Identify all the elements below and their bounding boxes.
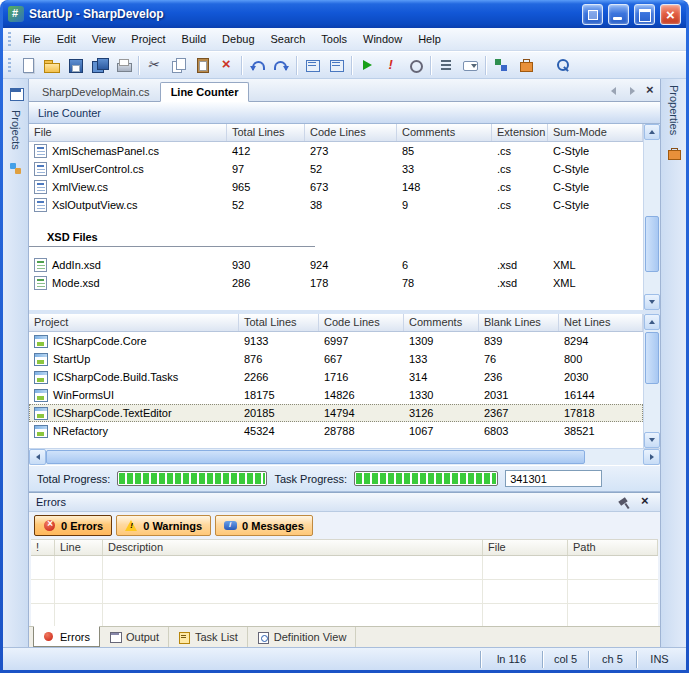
uncomment-region-button[interactable] bbox=[324, 54, 348, 77]
tab-errors[interactable]: Errors bbox=[33, 626, 100, 647]
table-row[interactable]: WinFormsUI 18175 14826 1330 2031 16144 bbox=[29, 386, 643, 404]
errors-panel-header[interactable]: Errors bbox=[29, 493, 660, 512]
cut-button[interactable] bbox=[142, 54, 166, 77]
definition-view-tab-icon bbox=[257, 631, 269, 643]
table-row[interactable]: AddIn.xsd 930 924 6 .xsd XML bbox=[29, 256, 643, 274]
column-header-project[interactable]: Project bbox=[29, 314, 239, 331]
column-header-description[interactable]: Description bbox=[103, 540, 483, 555]
toolbox-panel-icon[interactable] bbox=[665, 145, 683, 162]
column-header-comments[interactable]: Comments bbox=[404, 314, 479, 331]
toolbar-grip[interactable] bbox=[8, 58, 11, 73]
save-all-button[interactable] bbox=[87, 54, 111, 77]
menu-project[interactable]: Project bbox=[123, 30, 173, 48]
horizontal-scrollbar[interactable] bbox=[29, 448, 660, 465]
column-header-severity[interactable]: ! bbox=[31, 540, 55, 555]
classes-panel-icon[interactable] bbox=[7, 160, 25, 177]
table-row-selected[interactable]: ICSharpCode.TextEditor 20185 14794 3126 … bbox=[29, 404, 643, 422]
comment-region-button[interactable] bbox=[300, 54, 324, 77]
copy-button[interactable] bbox=[166, 54, 190, 77]
tab-back-icon[interactable] bbox=[607, 84, 621, 97]
tab-close-icon[interactable] bbox=[643, 84, 657, 97]
menu-search[interactable]: Search bbox=[263, 30, 314, 48]
scroll-down-icon[interactable] bbox=[644, 432, 660, 448]
errors-toggle[interactable]: 0 Errors bbox=[34, 515, 112, 536]
sidebar-tab-properties[interactable]: Properties bbox=[668, 85, 680, 137]
menu-view[interactable]: View bbox=[84, 30, 124, 48]
column-header-file[interactable]: File bbox=[483, 540, 568, 555]
tab-output[interactable]: Output bbox=[100, 627, 169, 647]
column-header-total-lines[interactable]: Total Lines bbox=[239, 314, 319, 331]
menu-debug[interactable]: Debug bbox=[214, 30, 262, 48]
column-header-line[interactable]: Line bbox=[55, 540, 103, 555]
column-header-net-lines[interactable]: Net Lines bbox=[559, 314, 643, 331]
new-file-button[interactable] bbox=[15, 54, 39, 77]
scroll-thumb[interactable] bbox=[46, 450, 585, 464]
scroll-down-icon[interactable] bbox=[644, 294, 660, 310]
column-header-total-lines[interactable]: Total Lines bbox=[227, 124, 305, 141]
table-row[interactable]: ICSharpCode.Core 9133 6997 1309 839 8294 bbox=[29, 332, 643, 350]
scroll-right-icon[interactable] bbox=[643, 449, 660, 465]
menu-help[interactable]: Help bbox=[410, 30, 449, 48]
tab-line-counter[interactable]: Line Counter bbox=[160, 82, 250, 102]
table-row[interactable]: ICSharpCode.Build.Tasks 2266 1716 314 23… bbox=[29, 368, 643, 386]
column-header-file[interactable]: File bbox=[29, 124, 227, 141]
search-button[interactable] bbox=[551, 54, 575, 77]
table-row[interactable]: XmlSchemasPanel.cs 412 273 85 .cs C-Styl… bbox=[29, 142, 643, 160]
titlebar[interactable]: StartUp - SharpDevelop bbox=[3, 0, 686, 28]
menu-edit[interactable]: Edit bbox=[49, 30, 84, 48]
quick-class-browser-button[interactable] bbox=[458, 54, 482, 77]
scroll-thumb[interactable] bbox=[645, 216, 659, 272]
maximize-button[interactable] bbox=[634, 4, 655, 25]
run-button[interactable] bbox=[355, 54, 379, 77]
table-row[interactable]: Mode.xsd 286 178 78 .xsd XML bbox=[29, 274, 643, 292]
column-header-blank-lines[interactable]: Blank Lines bbox=[479, 314, 559, 331]
tab-definition-view[interactable]: Definition View bbox=[248, 627, 357, 647]
class-browser-button[interactable] bbox=[489, 54, 513, 77]
menu-tools[interactable]: Tools bbox=[313, 30, 355, 48]
table-row[interactable]: StartUp 876 667 133 76 800 bbox=[29, 350, 643, 368]
table-row[interactable]: XmlView.cs 965 673 148 .cs C-Style bbox=[29, 178, 643, 196]
table-row[interactable]: XslOutputView.cs 52 38 9 .cs C-Style bbox=[29, 196, 643, 214]
pin-icon[interactable] bbox=[617, 495, 632, 509]
redo-button[interactable] bbox=[269, 54, 293, 77]
tab-sharpdevelopmain[interactable]: SharpDevelopMain.cs bbox=[32, 83, 160, 101]
save-file-button[interactable] bbox=[63, 54, 87, 77]
paste-button[interactable] bbox=[190, 54, 214, 77]
column-header-sum-mode[interactable]: Sum-Mode bbox=[548, 124, 643, 141]
tab-task-list[interactable]: Task List bbox=[169, 627, 248, 647]
breakpoint-button[interactable] bbox=[403, 54, 427, 77]
column-header-comments[interactable]: Comments bbox=[397, 124, 492, 141]
column-header-code-lines[interactable]: Code Lines bbox=[319, 314, 404, 331]
minimize-button[interactable] bbox=[608, 4, 629, 25]
menu-build[interactable]: Build bbox=[174, 30, 214, 48]
menu-window[interactable]: Window bbox=[355, 30, 410, 48]
toolbox-button[interactable] bbox=[513, 54, 537, 77]
warnings-toggle[interactable]: 0 Warnings bbox=[116, 515, 211, 536]
open-file-button[interactable] bbox=[39, 54, 63, 77]
undo-button[interactable] bbox=[245, 54, 269, 77]
menu-file[interactable]: File bbox=[15, 30, 49, 48]
scroll-thumb[interactable] bbox=[645, 332, 659, 384]
delete-button[interactable] bbox=[214, 54, 238, 77]
files-scrollbar[interactable] bbox=[643, 124, 660, 310]
messages-toggle[interactable]: 0 Messages bbox=[215, 515, 313, 536]
sidebar-tab-projects[interactable]: Projects bbox=[10, 110, 22, 152]
column-header-code-lines[interactable]: Code Lines bbox=[305, 124, 397, 141]
bookmark-list-button[interactable] bbox=[434, 54, 458, 77]
print-button[interactable] bbox=[111, 54, 135, 77]
scroll-up-icon[interactable] bbox=[644, 314, 660, 330]
table-row[interactable]: NRefactory 45324 28788 1067 6803 38521 bbox=[29, 422, 643, 440]
tab-forward-icon[interactable] bbox=[625, 84, 639, 97]
column-header-path[interactable]: Path bbox=[568, 540, 658, 555]
close-panel-icon[interactable] bbox=[638, 495, 653, 509]
table-row[interactable]: XmlUserControl.cs 97 52 33 .cs C-Style bbox=[29, 160, 643, 178]
close-button[interactable] bbox=[660, 4, 681, 25]
scroll-left-icon[interactable] bbox=[29, 449, 46, 465]
column-header-extension[interactable]: Extension bbox=[492, 124, 548, 141]
projects-scrollbar[interactable] bbox=[643, 314, 660, 448]
window-list-icon[interactable] bbox=[7, 85, 25, 102]
scroll-up-icon[interactable] bbox=[644, 124, 660, 140]
window-extra-button[interactable] bbox=[582, 4, 603, 25]
abort-build-button[interactable] bbox=[379, 54, 403, 77]
menubar-grip[interactable] bbox=[8, 32, 11, 47]
